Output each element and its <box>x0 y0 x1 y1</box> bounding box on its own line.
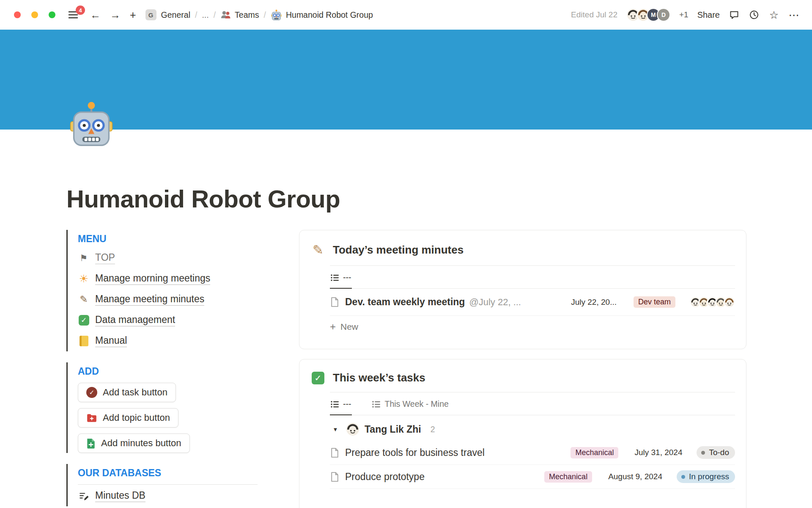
team-tag[interactable]: Dev team <box>634 296 675 308</box>
menu-link-label[interactable]: Manual <box>95 335 127 347</box>
breadcrumb-teams[interactable]: Teams <box>220 10 259 20</box>
breadcrumb-separator: / <box>264 10 266 20</box>
list-view-icon <box>372 400 381 408</box>
task-title[interactable]: Prepare tools for business travel <box>345 447 562 458</box>
flag-icon: ⚑ <box>78 253 90 263</box>
notification-badge: 4 <box>76 6 85 15</box>
breadcrumb: G General / ... / Teams / <box>145 9 373 21</box>
more-options-button[interactable]: ⋯ <box>788 9 799 20</box>
page-cover[interactable] <box>0 30 812 130</box>
add-minutes-label: Add minutes button <box>101 438 181 449</box>
view-tabs: --- <box>330 266 735 289</box>
meeting-title[interactable]: Dev. team weekly meeting <box>345 296 465 308</box>
updates-button[interactable] <box>749 9 760 20</box>
green-check-icon: ✓ <box>310 372 326 384</box>
page-icon-robot[interactable] <box>68 101 115 148</box>
add-topic-button[interactable]: Add topic button <box>78 408 178 428</box>
group-header-row: ▼ Tang Lik Zhi 2 <box>330 415 735 441</box>
new-row-button[interactable]: + New <box>330 316 735 338</box>
task-title[interactable]: Produce prototype <box>345 471 536 483</box>
list-view-icon <box>331 400 339 408</box>
breadcrumb-current-page[interactable]: Humanoid Robot Group <box>271 9 373 21</box>
menu-item-meeting-minutes[interactable]: ✎ Manage meeting minutes <box>78 289 258 310</box>
add-section: ADD ✓ Add task button Add topic button <box>66 362 258 453</box>
minimize-window-button[interactable] <box>31 11 38 18</box>
list-view-icon <box>331 274 339 282</box>
share-button[interactable]: Share <box>697 10 720 20</box>
comments-button[interactable] <box>729 9 740 20</box>
comment-icon <box>729 10 739 20</box>
task-status-badge[interactable]: In progress <box>677 470 735 483</box>
today-minutes-card: ✎ Today’s meeting minutes --- <box>299 230 746 349</box>
databases-section: OUR DATABASES Minutes DB <box>66 464 258 506</box>
robot-icon <box>271 9 282 21</box>
today-card-title[interactable]: Today’s meeting minutes <box>333 243 464 257</box>
view-tab-default[interactable]: --- <box>330 266 352 289</box>
menu-item-manual[interactable]: Manual <box>78 331 258 351</box>
notebook-icon <box>78 336 90 346</box>
close-window-button[interactable] <box>14 11 21 18</box>
page-doc-icon <box>330 472 340 482</box>
breadcrumb-general[interactable]: General <box>161 10 190 20</box>
task-tag[interactable]: Mechanical <box>544 471 592 483</box>
new-row-label: New <box>340 322 358 332</box>
page-title[interactable]: Humanoid Robot Group <box>66 130 746 213</box>
task-date[interactable]: August 9, 2024 <box>608 472 662 481</box>
sidebar-toggle-button[interactable]: 4 <box>68 9 79 20</box>
breadcrumb-teams-label: Teams <box>235 10 259 20</box>
status-label: In progress <box>689 472 729 481</box>
compose-icon <box>78 491 90 502</box>
teams-people-icon <box>220 10 231 19</box>
task-tag[interactable]: Mechanical <box>571 447 618 458</box>
menu-link-top[interactable]: TOP <box>95 252 115 264</box>
meeting-row[interactable]: Dev. team weekly meeting @July 22, ... J… <box>330 289 735 316</box>
page-content-column: ✎ Today’s meeting minutes --- <box>299 230 746 508</box>
minutes-db-link[interactable]: Minutes DB <box>95 490 145 502</box>
menu-item-morning-meetings[interactable]: ☀ Manage morning meetings <box>78 268 258 289</box>
breadcrumb-separator: / <box>195 10 197 20</box>
folder-icon <box>86 413 97 423</box>
weekly-tasks-card: ✓ This week’s tasks --- <box>299 359 746 508</box>
view-tab-label: --- <box>343 273 351 282</box>
collapse-triangle-icon[interactable]: ▼ <box>330 426 341 433</box>
divider <box>78 484 258 485</box>
task-row[interactable]: Produce prototype Mechanical August 9, 2… <box>330 465 735 489</box>
forward-button[interactable]: → <box>110 10 121 20</box>
favorite-star-icon[interactable]: ☆ <box>768 9 779 20</box>
menu-item-data-management[interactable]: ✓ Data management <box>78 310 258 331</box>
green-check-icon: ✓ <box>78 315 90 326</box>
page-menu-column: MENU ⚑ TOP ☀ Manage morning meetings ✎ M… <box>66 230 258 508</box>
workspace-icon[interactable]: G <box>145 9 156 20</box>
add-task-label: Add task button <box>103 387 167 398</box>
menu-heading: MENU <box>78 230 258 248</box>
menu-link-label[interactable]: Manage meeting minutes <box>95 293 204 306</box>
add-task-button[interactable]: ✓ Add task button <box>78 383 176 402</box>
page-body: Humanoid Robot Group MENU ⚑ TOP ☀ Manage… <box>0 130 812 508</box>
date-mention[interactable]: @July 22, ... <box>469 297 521 308</box>
collaborator-overflow-count[interactable]: +1 <box>679 10 689 19</box>
task-row[interactable]: Prepare tools for business travel Mechan… <box>330 441 735 465</box>
meeting-date[interactable]: July 22, 20... <box>571 298 617 307</box>
menu-link-label[interactable]: Data management <box>95 314 175 326</box>
collaborator-avatars[interactable]: M D <box>626 8 670 22</box>
add-minutes-button[interactable]: Add minutes button <box>78 433 190 453</box>
robot-icon <box>68 101 115 148</box>
add-heading: ADD <box>78 362 258 380</box>
zoom-window-button[interactable] <box>49 11 55 18</box>
tasks-card-title[interactable]: This week’s tasks <box>333 371 425 384</box>
breadcrumb-ellipsis[interactable]: ... <box>202 10 208 20</box>
attendee-avatars[interactable] <box>690 296 735 308</box>
back-button[interactable]: ← <box>90 10 101 20</box>
last-edited-label[interactable]: Edited Jul 22 <box>571 10 617 19</box>
task-status-badge[interactable]: To-do <box>697 446 735 459</box>
new-tab-button[interactable]: + <box>130 10 136 20</box>
task-date[interactable]: July 31, 2024 <box>634 448 682 457</box>
collaborator-avatar-d: D <box>657 8 670 22</box>
topbar-actions: Edited Jul 22 M D +1 Share ☆ ⋯ <box>571 8 799 22</box>
group-name[interactable]: Tang Lik Zhi <box>365 424 421 435</box>
menu-link-label[interactable]: Manage morning meetings <box>95 273 210 285</box>
view-tab-default[interactable]: --- <box>330 392 352 415</box>
menu-item-minutes-db[interactable]: Minutes DB <box>78 486 258 506</box>
view-tab-this-week-mine[interactable]: This Week - Mine <box>371 392 449 415</box>
menu-item-top[interactable]: ⚑ TOP <box>78 248 258 268</box>
